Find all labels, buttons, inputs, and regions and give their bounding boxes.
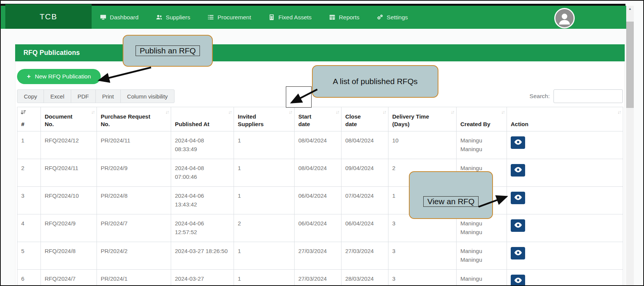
scroll-up-button[interactable]: ▲ <box>626 6 634 12</box>
table-row: 6RFQ/2024/7PR/2024/12024-03-2710:00:2412… <box>17 270 623 286</box>
toolbar-copy-button[interactable]: Copy <box>17 89 44 103</box>
toolbar-pdf-button[interactable]: PDF <box>71 89 96 103</box>
table-row: 5RFQ/2024/8PR/2024/22024-03-27 18:26:501… <box>17 242 623 270</box>
column-header-label: # <box>21 120 37 128</box>
annotation-list-of-rfqs-text: A list of published RFQs <box>333 77 418 86</box>
view-rfq-button[interactable] <box>511 164 525 177</box>
cell-published-at: 2024-04-0612:57:52 <box>171 214 234 242</box>
toolbar-excel-button[interactable]: Excel <box>44 89 71 103</box>
view-rfq-button[interactable] <box>511 219 525 232</box>
cell-action <box>507 214 623 242</box>
column-header-delivery-time-days[interactable]: ↓↑Delivery Time(Days) <box>388 107 457 131</box>
cell-action <box>507 187 623 214</box>
cell-invited-suppliers: 1 <box>234 242 295 270</box>
search-input[interactable] <box>554 89 623 103</box>
column-header-close-date[interactable]: ↓↑Closedate <box>341 107 388 131</box>
view-rfq-button[interactable] <box>511 136 525 149</box>
nav-item-settings[interactable]: Settings <box>377 14 408 21</box>
cell-start-date: 27/03/2024 <box>295 270 341 286</box>
search-label: Search: <box>530 93 550 100</box>
cell-purchase-request-no: PR/2024/2 <box>97 242 171 270</box>
column-header-document-no[interactable]: ↓↑DocumentNo. <box>41 107 97 131</box>
user-avatar[interactable] <box>554 8 575 28</box>
cell-close-date: 27/03/2024 <box>341 242 388 270</box>
cell-document-no: RFQ/2024/12 <box>41 131 97 159</box>
cell-start-date: 27/03/2024 <box>295 242 341 270</box>
view-rfq-button[interactable] <box>511 275 525 286</box>
view-rfq-button[interactable] <box>511 247 525 259</box>
cell-published-at: 2024-03-2710:00:24 <box>171 270 234 286</box>
table-row: 1RFQ/2024/12PR/2024/112024-04-0808:33:49… <box>17 131 623 159</box>
cell-close-date: 07/04/2024 <box>341 187 388 214</box>
toolbar-print-button[interactable]: Print <box>95 89 121 103</box>
cell-close-date: 08/04/2024 <box>341 131 388 159</box>
column-header-start-date[interactable]: ↓↑Startdate <box>295 107 341 131</box>
nav-item-label: Settings <box>387 14 408 21</box>
cell-invited-suppliers: 1 <box>234 187 295 214</box>
column-header-purchase-request-no[interactable]: ↓↑Purchase RequestNo. <box>97 107 171 131</box>
column-header-created-by[interactable]: ↓↑Created By <box>457 107 507 131</box>
annotation-view-rfq: View an RFQ <box>409 171 493 219</box>
sort-arrows-icon: ↓↑ <box>501 109 505 115</box>
suppliers-icon <box>156 14 162 20</box>
cell-document-no: RFQ/2024/10 <box>41 187 97 214</box>
rfq-table: #↓↑DocumentNo.↓↑Purchase RequestNo.↓↑Pub… <box>17 107 623 286</box>
nav-item-dashboard[interactable]: Dashboard <box>100 14 139 21</box>
table-row: 2RFQ/2024/11PR/2024/92024-04-0807:00:461… <box>17 159 623 187</box>
cell-close-date: 28/03/2024 <box>341 270 388 286</box>
column-header-label: Purchase RequestNo. <box>101 113 167 128</box>
eye-icon <box>514 222 522 229</box>
app-window: TCB DashboardSuppliersProcurementFixed A… <box>0 0 644 286</box>
cell-delivery-days: 3 <box>388 242 457 270</box>
eye-icon <box>514 139 522 146</box>
eye-icon <box>514 167 522 174</box>
column-header-invited-suppliers[interactable]: ↓↑InvitedSuppliers <box>234 107 295 131</box>
column-header-action[interactable]: ↓↑Action <box>507 107 623 131</box>
nav-item-fixed-assets[interactable]: Fixed Assets <box>268 14 312 21</box>
column-header-published-at[interactable]: ↓↑Published At <box>171 107 234 131</box>
cell-published-at: 2024-03-27 18:26:50 <box>171 242 234 270</box>
annotation-publish-rfq: Publish an RFQ <box>123 35 213 67</box>
toolbar-column-visibility-button[interactable]: Column visibility <box>120 89 175 103</box>
cell-action <box>507 270 623 286</box>
annotation-view-rfq-text: View an RFQ <box>423 196 479 207</box>
cell-published-at: 2024-04-0807:00:46 <box>171 159 234 187</box>
nav-item-label: Reports <box>339 14 359 21</box>
nav-items: DashboardSuppliersProcurementFixed Asset… <box>100 6 408 29</box>
cell-action <box>507 131 623 159</box>
settings-icon <box>377 14 383 20</box>
cell-num: 6 <box>17 270 41 286</box>
column-header-label: Closedate <box>345 113 384 128</box>
column-header-[interactable]: # <box>17 107 41 131</box>
cell-delivery-days: 10 <box>388 131 457 159</box>
brand-logo[interactable]: TCB <box>5 4 92 29</box>
cell-document-no: RFQ/2024/7 <box>41 270 97 286</box>
view-rfq-button[interactable] <box>511 192 525 204</box>
cell-start-date: 08/04/2024 <box>295 131 341 159</box>
eye-icon <box>514 277 522 284</box>
cell-start-date: 08/04/2024 <box>295 159 341 187</box>
nav-item-procurement[interactable]: Procurement <box>207 14 251 21</box>
sort-arrows-icon: ↓↑ <box>451 109 454 115</box>
plus-icon: + <box>27 73 31 80</box>
scrollbar-thumb[interactable] <box>626 22 634 108</box>
cell-invited-suppliers: 1 <box>234 270 295 286</box>
sort-amount-icon <box>20 110 26 115</box>
cell-published-at: 2024-04-0613:43:42 <box>171 187 234 214</box>
cell-created-by: Maningu Maningu <box>457 270 507 286</box>
cell-num: 1 <box>17 131 41 159</box>
new-rfq-publication-button[interactable]: + New RFQ Publication <box>17 69 101 84</box>
search-box: Search: <box>530 89 623 103</box>
panel-header: RFQ Publications <box>15 44 625 61</box>
user-icon <box>557 11 572 27</box>
table-row: 3RFQ/2024/10PR/2024/82024-04-0613:43:421… <box>17 187 623 214</box>
cell-purchase-request-no: PR/2024/7 <box>97 214 171 242</box>
cell-num: 2 <box>17 159 41 187</box>
nav-item-suppliers[interactable]: Suppliers <box>156 14 190 21</box>
cell-start-date: 06/04/2024 <box>295 214 341 242</box>
fixed-assets-icon <box>268 14 275 20</box>
cell-purchase-request-no: PR/2024/11 <box>97 131 171 159</box>
nav-item-reports[interactable]: Reports <box>329 14 359 21</box>
cell-action <box>507 159 623 187</box>
vertical-scrollbar[interactable]: ▲ <box>626 6 634 285</box>
